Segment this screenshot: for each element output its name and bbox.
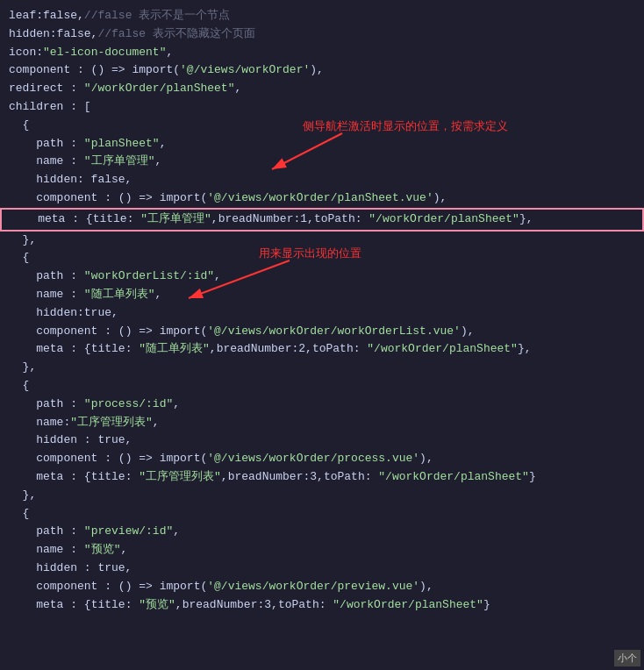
code-line: hidden : true, — [0, 560, 644, 578]
code-line: meta : {title: "随工单列表",breadNumber:2,toP… — [0, 340, 644, 359]
watermark: 小个 — [614, 650, 640, 666]
code-editor: leaf:false,//false 表示不是一个节点hidden:false,… — [0, 0, 644, 621]
code-line: hidden: false, — [0, 171, 644, 189]
code-line: component : () => import('@/views/workOr… — [0, 323, 644, 341]
code-line: children : [ — [0, 98, 644, 117]
code-line: leaf:false,//false 表示不是一个节点 — [0, 7, 644, 25]
code-line: name : "工序单管理", — [0, 153, 644, 171]
code-line: component : () => import('@/views/workOr… — [0, 450, 644, 468]
meta-line: meta : {title: "工序单管理",breadNumber:1,toP… — [0, 208, 644, 232]
code-line: hidden:true, — [0, 304, 644, 323]
code-line: path : "planSheet", — [0, 135, 644, 153]
code-line: path : "process/:id", — [0, 396, 644, 414]
code-line: hidden:false,//false 表示不隐藏这个页面 — [0, 25, 644, 44]
code-line: { — [0, 117, 644, 135]
code-line: path : "workOrderList/:id", — [0, 267, 644, 286]
code-line: hidden : true, — [0, 431, 644, 450]
code-line: name:"工序管理列表", — [0, 414, 644, 432]
code-line: component : () => import('@/views/workOr… — [0, 61, 644, 80]
code-line: { — [0, 249, 644, 267]
code-line: }, — [0, 359, 644, 377]
code-line: { — [0, 505, 644, 524]
code-line: }, — [0, 232, 644, 250]
code-line: component : () => import('@/views/workOr… — [0, 189, 644, 208]
code-line: name : "预览", — [0, 541, 644, 560]
code-line: meta : {title: "工序管理列表",breadNumber:3,to… — [0, 468, 644, 487]
code-line: icon:"el-icon-document", — [0, 44, 644, 62]
code-line: path : "preview/:id", — [0, 523, 644, 541]
code-line: meta : {title: "预览",breadNumber:3,toPath… — [0, 596, 644, 615]
code-line: { — [0, 377, 644, 396]
code-line: name : "随工单列表", — [0, 286, 644, 304]
code-line: component : () => import('@/views/workOr… — [0, 578, 644, 596]
code-line: redirect : "/workOrder/planSheet", — [0, 80, 644, 98]
code-line: }, — [0, 487, 644, 505]
